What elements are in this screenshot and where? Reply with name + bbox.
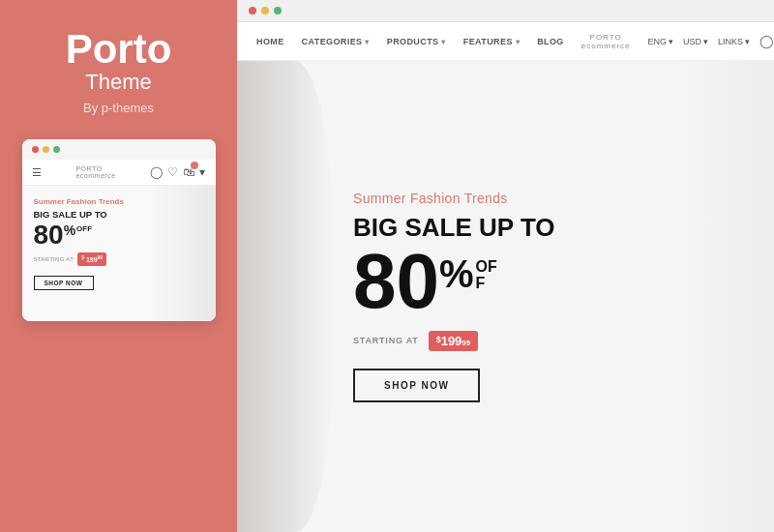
mini-dots	[22, 139, 216, 160]
dot-green	[53, 146, 60, 153]
brand-subtitle: Theme	[85, 70, 151, 95]
nav-categories[interactable]: CATEGORIES ▾	[302, 37, 370, 46]
mini-price-badge: $ 19999	[77, 252, 106, 265]
mini-percent-number: 80	[34, 222, 64, 249]
left-panel: Porto Theme By p-themes ☰ PORTO ecommerc…	[0, 0, 237, 532]
categories-arrow-icon: ▾	[365, 38, 369, 46]
mini-logo: PORTO ecommerce	[75, 165, 115, 179]
mini-preview-card: ☰ PORTO ecommerce ◯ ♡ 🛍 ▾ Summer Fashion…	[22, 139, 216, 321]
mini-starting-text: STARTING AT	[34, 256, 74, 262]
nav-features[interactable]: FEATURES ▾	[463, 37, 520, 46]
mini-off-label: OFF	[76, 225, 92, 233]
products-arrow-icon: ▾	[441, 38, 445, 46]
brand-title: Porto	[66, 29, 172, 70]
mini-user-icon[interactable]: ◯	[150, 165, 163, 179]
brand-by: By p-themes	[83, 101, 154, 115]
nav-products[interactable]: PRODUCTS ▾	[387, 37, 446, 46]
currency-selector[interactable]: USD ▾	[683, 37, 708, 46]
hero-content: Summer Fashion Trends BIG SALE UP TO 80 …	[314, 162, 594, 431]
mini-hero: Summer Fashion Trends BIG SALE UP TO 80 …	[22, 186, 216, 321]
nav-home[interactable]: HOME	[256, 37, 284, 46]
links-selector[interactable]: LINKS ▾	[718, 37, 750, 46]
mini-hamburger-icon[interactable]: ☰	[32, 166, 42, 179]
mini-wishlist-icon[interactable]: ♡	[167, 165, 178, 179]
mini-percent-symbol: %	[64, 223, 75, 237]
user-icon[interactable]: ◯	[759, 34, 774, 48]
mini-shop-now-button[interactable]: SHOP NOW	[34, 276, 94, 290]
lang-selector[interactable]: ENG ▾	[648, 37, 674, 46]
nav-right-section: ENG ▾ USD ▾ LINKS ▾ ◯ ♡ ⚲ 🛍 ▾	[648, 33, 774, 50]
nav-blog[interactable]: BLOG	[537, 37, 564, 46]
mini-nav: ☰ PORTO ecommerce ◯ ♡ 🛍 ▾	[22, 160, 216, 186]
hero-percent-symbol: %	[439, 254, 474, 293]
mini-dropdown-icon[interactable]: ▾	[199, 165, 205, 179]
features-arrow-icon: ▾	[516, 38, 520, 46]
hero-percent-row: 80 % OF F	[353, 247, 555, 316]
mini-cart-icon[interactable]: 🛍	[183, 165, 194, 179]
mini-hero-bg-shape	[148, 186, 216, 321]
browser-chrome	[237, 0, 774, 22]
hero-starting-text: STARTING AT	[353, 336, 419, 345]
mini-cart-count	[191, 162, 198, 169]
chrome-dot-green	[274, 7, 282, 15]
chrome-dot-yellow	[261, 7, 269, 15]
hero-trend-label: Summer Fashion Trends	[353, 191, 555, 206]
hero-price-badge: $ 199 99	[429, 331, 479, 351]
hero-shop-now-button[interactable]: SHOP NOW	[353, 369, 480, 402]
dot-yellow	[43, 146, 49, 153]
hero-section: Summer Fashion Trends BIG SALE UP TO 80 …	[237, 61, 774, 532]
hero-starting-row: STARTING AT $ 199 99	[353, 331, 555, 351]
hero-off-label: OF F	[476, 258, 497, 292]
chrome-dot-red	[249, 7, 256, 15]
site-nav: HOME CATEGORIES ▾ PRODUCTS ▾ FEATURES ▾ …	[237, 22, 774, 61]
mini-nav-icons: ◯ ♡ 🛍 ▾	[150, 165, 205, 179]
dot-red	[32, 146, 39, 153]
site-logo: PORTO ecommerce	[581, 33, 631, 50]
hero-bg-right	[679, 61, 774, 532]
hero-percent-number: 80	[353, 247, 439, 316]
right-panel: HOME CATEGORIES ▾ PRODUCTS ▾ FEATURES ▾ …	[237, 0, 774, 532]
